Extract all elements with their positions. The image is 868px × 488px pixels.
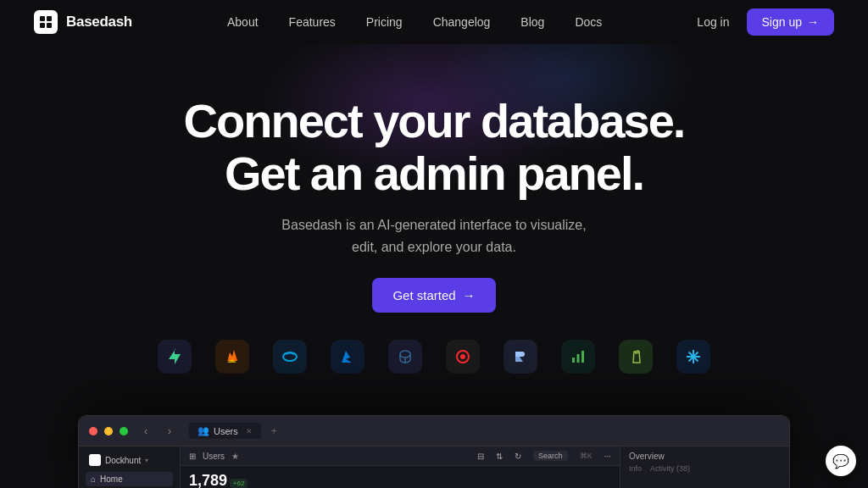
chat-icon: 💬 bbox=[832, 453, 849, 469]
sidebar-home-item[interactable]: ⌂ Home bbox=[86, 472, 173, 486]
window-dot-yellow bbox=[104, 427, 113, 435]
main-content: 1,789 +62 bbox=[181, 466, 620, 488]
window-tab-icon: 👥 bbox=[198, 425, 209, 436]
hero-subtitle: Basedash is an AI-generated interface to… bbox=[281, 214, 586, 258]
svg-point-16 bbox=[692, 355, 695, 358]
search-input[interactable]: Search bbox=[533, 451, 568, 461]
nav-links: About Features Pricing Changelog Blog Do… bbox=[227, 15, 602, 29]
nav-pricing[interactable]: Pricing bbox=[366, 15, 403, 29]
chat-bubble[interactable]: 💬 bbox=[826, 446, 856, 476]
window-forward-btn[interactable]: › bbox=[164, 424, 175, 439]
window-back-btn[interactable]: ‹ bbox=[140, 424, 152, 439]
svg-rect-0 bbox=[40, 16, 45, 21]
nav-changelog[interactable]: Changelog bbox=[433, 15, 491, 29]
logo-link[interactable]: Basedash bbox=[34, 10, 132, 34]
svg-rect-2 bbox=[40, 23, 45, 28]
panel-tab-activity[interactable]: Activity (38) bbox=[650, 464, 690, 473]
nav-features[interactable]: Features bbox=[289, 15, 336, 29]
sign-up-button[interactable]: Sign up → bbox=[747, 8, 834, 36]
nav-docs[interactable]: Docs bbox=[575, 15, 602, 29]
integration-salesforce bbox=[273, 340, 307, 374]
sort-icon: ⇅ bbox=[496, 452, 503, 461]
window-main: ⊞ Users ★ ⊟ ⇅ ↻ Search ⌘K ··· 1,789 +62 bbox=[181, 446, 620, 488]
panel-tab-info[interactable]: Info bbox=[629, 464, 642, 473]
window-tab: 👥 Users ✕ bbox=[189, 423, 261, 439]
svg-point-8 bbox=[460, 354, 465, 359]
integration-firebase bbox=[215, 340, 249, 374]
dashboard-window: ‹ › 👥 Users ✕ + Dockhunt ▾ ⌂ Home bbox=[78, 415, 790, 488]
sidebar-chevron-icon: ▾ bbox=[145, 457, 148, 464]
window-body: Dockhunt ▾ ⌂ Home ⊞ Users ★ ⊟ ⇅ ↻ bbox=[79, 446, 789, 488]
integration-postgres bbox=[388, 340, 422, 374]
hero-title: Connect your database. Get an admin pane… bbox=[184, 95, 685, 199]
stat-block: 1,789 +62 bbox=[189, 472, 248, 488]
sidebar-logo-row: Dockhunt ▾ bbox=[86, 452, 173, 469]
logo-text: Basedash bbox=[66, 14, 132, 30]
window-tab-close[interactable]: ✕ bbox=[246, 427, 253, 435]
star-icon: ★ bbox=[231, 452, 239, 461]
integration-retool bbox=[504, 340, 537, 374]
filter-icon: ⊟ bbox=[477, 452, 484, 461]
nav-about[interactable]: About bbox=[227, 15, 259, 29]
svg-rect-1 bbox=[47, 16, 52, 21]
integration-azure bbox=[331, 340, 364, 374]
window-titlebar: ‹ › 👥 Users ✕ + bbox=[79, 416, 789, 446]
home-icon: ⌂ bbox=[91, 474, 96, 484]
integration-shopify bbox=[619, 340, 653, 374]
svg-rect-10 bbox=[577, 354, 580, 363]
get-started-button[interactable]: Get started → bbox=[372, 278, 495, 313]
nav-auth: Log in Sign up → bbox=[697, 8, 834, 36]
svg-rect-11 bbox=[581, 351, 584, 363]
hero-section: Connect your database. Get an admin pane… bbox=[0, 44, 868, 313]
keyboard-shortcut: ⌘K bbox=[580, 452, 593, 460]
log-in-button[interactable]: Log in bbox=[697, 15, 729, 29]
sidebar-logo-mini bbox=[89, 454, 101, 466]
integration-baremetrics bbox=[561, 340, 595, 374]
window-new-tab-btn[interactable]: + bbox=[271, 425, 277, 437]
integration-snowflake bbox=[676, 340, 710, 374]
table-icon: ⊞ bbox=[189, 452, 196, 461]
window-dot-red bbox=[89, 427, 97, 435]
window-dot-green bbox=[120, 427, 128, 435]
svg-rect-9 bbox=[572, 358, 575, 363]
svg-rect-3 bbox=[47, 23, 52, 28]
svg-point-5 bbox=[400, 351, 410, 358]
more-icon: ··· bbox=[604, 452, 611, 461]
panel-tabs: Info Activity (38) bbox=[629, 464, 781, 473]
navbar: Basedash About Features Pricing Changelo… bbox=[0, 0, 868, 44]
window-sidebar: Dockhunt ▾ ⌂ Home bbox=[79, 446, 181, 488]
integrations-row bbox=[0, 340, 868, 374]
nav-blog[interactable]: Blog bbox=[520, 15, 544, 29]
dashboard-preview: ‹ › 👥 Users ✕ + Dockhunt ▾ ⌂ Home bbox=[78, 415, 790, 488]
integration-supabase bbox=[158, 340, 192, 374]
right-panel: Overview Info Activity (38) bbox=[620, 446, 789, 488]
main-topbar: ⊞ Users ★ ⊟ ⇅ ↻ Search ⌘K ··· bbox=[181, 446, 620, 466]
logo-icon bbox=[34, 10, 58, 34]
integration-fastly bbox=[446, 340, 480, 374]
refresh-icon: ↻ bbox=[515, 452, 521, 461]
